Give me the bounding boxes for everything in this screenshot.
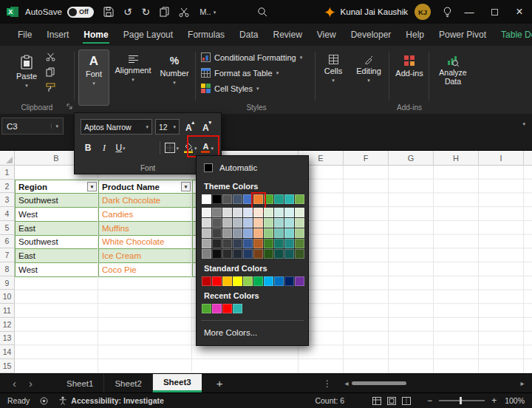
- recent-color-swatch-3[interactable]: [233, 304, 242, 313]
- recent-color-swatch-0[interactable]: [202, 304, 211, 313]
- menu-tab-formulas[interactable]: Formulas: [180, 24, 232, 46]
- alignment-group-button[interactable]: Alignment ▾: [112, 50, 154, 106]
- row-header-2[interactable]: 2: [0, 180, 15, 194]
- theme-variant-swatch[interactable]: [202, 239, 211, 248]
- recent-color-swatch-1[interactable]: [212, 304, 222, 313]
- avatar[interactable]: KJ: [415, 4, 431, 20]
- region-cell[interactable]: Southwest: [16, 236, 99, 250]
- theme-variant-swatch[interactable]: [295, 239, 304, 248]
- row-header-8[interactable]: 8: [0, 262, 15, 276]
- quick-access-more-button[interactable]: M.. ▾: [200, 7, 216, 16]
- theme-variant-swatch[interactable]: [202, 249, 211, 259]
- menu-tab-power-pivot[interactable]: Power Pivot: [432, 24, 494, 46]
- theme-variant-swatch[interactable]: [274, 218, 284, 228]
- theme-color-swatch-6[interactable]: [264, 194, 273, 204]
- theme-variant-swatch[interactable]: [222, 208, 232, 217]
- theme-variant-swatch[interactable]: [222, 239, 232, 248]
- row-header-14[interactable]: 14: [0, 345, 15, 359]
- more-colors-item[interactable]: More Colors...: [204, 325, 301, 340]
- theme-variant-swatch[interactable]: [274, 208, 284, 217]
- product-cell[interactable]: Coco Pie: [99, 263, 193, 277]
- theme-variant-swatch[interactable]: [264, 249, 273, 259]
- product-cell[interactable]: Candies: [99, 208, 193, 222]
- theme-variant-swatch[interactable]: [264, 228, 273, 238]
- normal-view-icon[interactable]: [372, 397, 381, 405]
- row-header-7[interactable]: 7: [0, 248, 15, 262]
- copy-icon[interactable]: [160, 7, 169, 17]
- menu-tab-table-design[interactable]: Table Design: [494, 24, 532, 46]
- cut-icon[interactable]: [179, 7, 189, 17]
- name-box[interactable]: C3 ▾: [1, 118, 64, 135]
- column-header-i[interactable]: I: [479, 151, 524, 166]
- theme-color-swatch-1[interactable]: [212, 194, 222, 204]
- theme-variant-swatch[interactable]: [202, 218, 211, 228]
- theme-variant-swatch[interactable]: [233, 249, 242, 259]
- analyze-data-button[interactable]: Analyze Data: [433, 50, 473, 106]
- clipboard-dialog-launcher-icon[interactable]: [66, 103, 73, 110]
- borders-button[interactable]: ▾: [163, 140, 180, 156]
- theme-variant-swatch[interactable]: [264, 208, 273, 217]
- menu-tab-data[interactable]: Data: [232, 24, 265, 46]
- theme-variant-swatch[interactable]: [233, 239, 242, 248]
- row-header-12[interactable]: 12: [0, 318, 15, 332]
- font-size-select[interactable]: 12 ▾: [155, 119, 180, 135]
- theme-variant-swatch[interactable]: [274, 249, 284, 259]
- filter-button[interactable]: ▾: [181, 182, 191, 191]
- region-cell[interactable]: East: [16, 249, 99, 263]
- theme-variant-swatch[interactable]: [222, 249, 232, 259]
- theme-variant-swatch[interactable]: [212, 228, 222, 238]
- increase-font-size-icon[interactable]: A▴: [183, 120, 197, 133]
- theme-variant-swatch[interactable]: [243, 239, 253, 248]
- number-group-button[interactable]: % Number ▾: [157, 50, 192, 106]
- theme-color-swatch-2[interactable]: [222, 194, 232, 204]
- add-ins-button[interactable]: Add-ins: [393, 50, 426, 106]
- font-group-button[interactable]: A Font ▾: [78, 50, 109, 106]
- format-as-table-button[interactable]: Format as Table ▾: [201, 68, 302, 78]
- menu-tab-insert[interactable]: Insert: [39, 24, 76, 46]
- theme-variant-swatch[interactable]: [253, 239, 263, 248]
- theme-color-swatch-7[interactable]: [274, 194, 284, 204]
- theme-variant-swatch[interactable]: [202, 208, 211, 217]
- standard-color-swatch-7[interactable]: [274, 276, 284, 286]
- next-sheet-icon[interactable]: ›: [29, 378, 33, 389]
- theme-variant-swatch[interactable]: [284, 218, 294, 228]
- theme-variant-swatch[interactable]: [233, 208, 242, 217]
- row-header-1[interactable]: 1: [0, 166, 15, 180]
- theme-variant-swatch[interactable]: [295, 208, 304, 217]
- theme-variant-swatch[interactable]: [284, 239, 294, 248]
- standard-color-swatch-9[interactable]: [295, 276, 304, 286]
- bold-button[interactable]: B: [81, 140, 95, 156]
- theme-variant-swatch[interactable]: [295, 228, 304, 238]
- theme-variant-swatch[interactable]: [274, 228, 284, 238]
- row-header-4[interactable]: 4: [0, 207, 15, 221]
- zoom-level[interactable]: 100%: [505, 396, 525, 405]
- row-header-15[interactable]: 15: [0, 359, 15, 373]
- minimize-button[interactable]: —: [457, 0, 482, 24]
- region-cell[interactable]: East: [16, 222, 99, 236]
- theme-variant-swatch[interactable]: [284, 228, 294, 238]
- row-header-5[interactable]: 5: [0, 221, 15, 235]
- automatic-color-item[interactable]: Automatic: [197, 159, 308, 177]
- product-cell[interactable]: Muffins: [99, 222, 193, 236]
- fill-color-button[interactable]: ▾: [182, 140, 199, 156]
- previous-sheet-icon[interactable]: ‹: [13, 378, 16, 389]
- region-cell[interactable]: Southwest: [16, 194, 99, 208]
- accessibility-status[interactable]: Accessibility: Investigate: [71, 396, 163, 405]
- theme-variant-swatch[interactable]: [253, 208, 263, 217]
- close-button[interactable]: ×: [507, 0, 532, 24]
- theme-color-swatch-5[interactable]: [253, 194, 263, 204]
- theme-color-swatch-4[interactable]: [243, 194, 253, 204]
- underline-button[interactable]: U ▾: [113, 140, 128, 156]
- product-cell[interactable]: White Chocolate: [99, 236, 193, 250]
- theme-variant-swatch[interactable]: [243, 228, 253, 238]
- theme-variant-swatch[interactable]: [202, 228, 211, 238]
- menu-tab-view[interactable]: View: [310, 24, 344, 46]
- zoom-in-button[interactable]: +: [491, 395, 497, 406]
- row-header-6[interactable]: 6: [0, 235, 15, 249]
- standard-color-swatch-2[interactable]: [222, 276, 232, 286]
- page-layout-view-icon[interactable]: [387, 397, 396, 405]
- theme-variant-swatch[interactable]: [253, 249, 263, 259]
- redo-icon[interactable]: ↻: [142, 7, 151, 17]
- theme-color-swatch-0[interactable]: [202, 194, 211, 204]
- standard-color-swatch-8[interactable]: [284, 276, 294, 286]
